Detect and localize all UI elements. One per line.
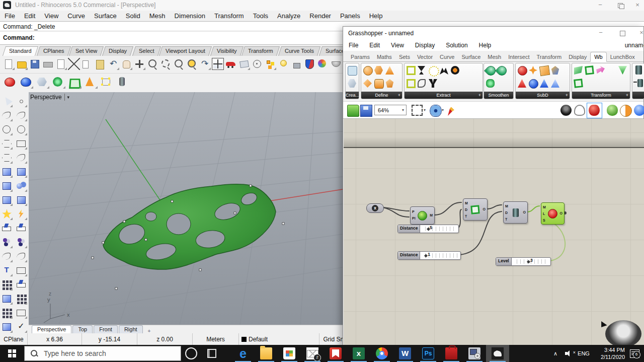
wireframe-icon[interactable] xyxy=(35,76,49,89)
toolbar-tab-viewport-layout[interactable]: Viewport Layout xyxy=(159,46,212,56)
rhino-close-button[interactable]: × xyxy=(630,1,644,10)
wb-catmull-clark-icon[interactable] xyxy=(517,64,528,78)
gh-tab-mesh[interactable]: Mesh xyxy=(484,52,505,61)
status-units[interactable]: Meters xyxy=(193,333,239,345)
gh-display-orange-icon[interactable] xyxy=(620,105,632,117)
color-wheel-icon[interactable] xyxy=(316,58,329,70)
tab-perspective[interactable]: Perspective xyxy=(32,325,71,334)
gh-menu-solution[interactable]: Solution xyxy=(440,42,473,49)
text-tool-icon[interactable]: T xyxy=(1,264,13,276)
save-icon[interactable] xyxy=(29,58,41,70)
gh-menu-display[interactable]: Display xyxy=(410,42,440,49)
wb-drum-icon[interactable] xyxy=(362,64,373,78)
point-tool-icon[interactable] xyxy=(15,95,27,107)
viewport-dropdown-icon[interactable]: ▾ xyxy=(64,94,72,101)
wb-laplacian-icon[interactable] xyxy=(485,64,496,78)
cylinder-icon[interactable] xyxy=(116,76,130,89)
gh-node-subdivide-selected[interactable]: M L S O xyxy=(541,202,565,225)
wb-cylinder-icon[interactable] xyxy=(373,78,384,91)
polygon-tool-icon[interactable] xyxy=(1,152,13,164)
taskbar-app-store[interactable] xyxy=(278,345,301,362)
toolbar-tab-standard[interactable]: Standard xyxy=(3,46,38,56)
gh-tab-params[interactable]: Params xyxy=(347,52,373,61)
taskbar-app-photoshop[interactable]: Ps xyxy=(417,345,440,362)
render-blue-icon[interactable] xyxy=(19,76,33,89)
extrude-tool-icon[interactable] xyxy=(15,293,27,305)
taskbar-search[interactable] xyxy=(24,346,181,361)
rhino-restore-button[interactable] xyxy=(613,1,628,10)
wb-border-icon[interactable] xyxy=(406,78,417,91)
torus-tool-icon[interactable] xyxy=(1,194,13,206)
gh-minimize-button[interactable]: − xyxy=(593,29,608,37)
menu-dimension[interactable]: Dimension xyxy=(170,12,210,20)
zoom-extents-icon[interactable] xyxy=(186,58,198,70)
menu-panels[interactable]: Panels xyxy=(336,12,365,20)
cortana-icon[interactable] xyxy=(185,347,197,359)
rectangle-tool-icon[interactable] xyxy=(15,137,27,150)
solid-tool-icon[interactable] xyxy=(1,293,13,305)
menu-analyze[interactable]: Analyze xyxy=(273,12,305,20)
grid-array-icon[interactable] xyxy=(1,307,13,319)
dropdown-icon[interactable]: ▾ xyxy=(424,108,426,112)
wb-cone-icon[interactable] xyxy=(384,64,395,78)
wb-vertex-ring-icon[interactable] xyxy=(428,64,439,78)
blend-color-icon[interactable] xyxy=(1,236,13,248)
wb-thicken-icon[interactable] xyxy=(584,64,595,78)
point-set-icon[interactable] xyxy=(15,236,27,248)
dropdown-icon[interactable]: ▾ xyxy=(442,108,444,112)
gh-maximize-button[interactable] xyxy=(615,29,630,37)
rotate-view-icon[interactable]: ↷ xyxy=(199,58,211,70)
lock-icon[interactable] xyxy=(290,58,302,70)
gh-tab-transform[interactable]: Transform xyxy=(533,52,565,61)
sphere-tool-icon[interactable] xyxy=(15,180,27,192)
gh-node-thicken[interactable]: M D T O xyxy=(463,198,488,221)
status-layer[interactable]: Default xyxy=(239,333,319,345)
wb-smooth-icon[interactable] xyxy=(496,64,507,78)
wb-curves-icon[interactable] xyxy=(417,78,428,91)
gh-tab-sets[interactable]: Sets xyxy=(395,52,414,61)
search-input[interactable] xyxy=(43,349,166,358)
gh-preview-off-icon[interactable] xyxy=(560,105,572,116)
wb-dodecahedron-icon[interactable] xyxy=(384,78,395,91)
taskbar-app-red[interactable] xyxy=(324,345,347,362)
start-button[interactable] xyxy=(0,345,24,362)
paste-icon[interactable] xyxy=(94,58,106,70)
toolbar-tab-display[interactable]: Display xyxy=(102,46,133,56)
toolbar-tab-select[interactable]: Select xyxy=(132,46,160,56)
language-indicator[interactable]: ENG xyxy=(576,345,592,362)
clock[interactable]: 3:44 PM 2/11/2020 xyxy=(594,345,625,362)
gh-tab-display[interactable]: Display xyxy=(565,52,590,61)
chamfer-tool-icon[interactable] xyxy=(15,250,27,262)
gh-display-green-icon[interactable] xyxy=(607,105,618,116)
wb-diamond-icon[interactable] xyxy=(362,78,373,91)
gh-sketch-pen-icon[interactable] xyxy=(448,105,459,116)
gh-tab-vector[interactable]: Vector xyxy=(414,52,436,61)
wb-loop-icon[interactable] xyxy=(517,78,528,91)
cone-icon[interactable] xyxy=(84,76,98,89)
volume-muted-icon[interactable]: × xyxy=(562,345,576,362)
wb-frame-icon[interactable] xyxy=(406,64,417,78)
taskbar-app-explorer[interactable] xyxy=(255,345,278,362)
split-tool-icon[interactable] xyxy=(15,222,27,234)
zoom-in-icon[interactable] xyxy=(146,58,158,70)
gh-menu-file[interactable]: File xyxy=(343,42,364,49)
wb-split-icon[interactable] xyxy=(428,78,439,91)
box-tool-icon[interactable] xyxy=(1,180,13,192)
tab-front[interactable]: Front xyxy=(94,325,118,334)
toolbar-tab-cplanes[interactable]: CPlanes xyxy=(37,46,71,56)
gh-slider-distance-1[interactable]: Distance 1 xyxy=(397,251,461,260)
curve-tool-icon[interactable] xyxy=(1,109,13,121)
boolean-union-icon[interactable] xyxy=(1,208,13,220)
gh-tab-lunchbox[interactable]: LunchBox xyxy=(607,52,638,61)
gh-canvas[interactable]: x P Pl M Distance 5 M D T O xyxy=(344,119,644,347)
lamp-icon[interactable] xyxy=(277,58,289,70)
viewport-title[interactable]: Perspective ▾ xyxy=(30,93,72,101)
shaded-mesh-icon[interactable] xyxy=(51,76,65,89)
taskbar-app-installer[interactable] xyxy=(463,345,486,362)
gh-close-button[interactable]: × xyxy=(634,29,644,37)
cut-icon[interactable] xyxy=(68,58,80,70)
gh-preview-shaded-icon[interactable] xyxy=(589,105,600,116)
scale-tool-icon[interactable] xyxy=(15,264,27,276)
taskbar-app-toolbox[interactable] xyxy=(440,345,463,362)
menu-surface[interactable]: Surface xyxy=(90,12,121,20)
